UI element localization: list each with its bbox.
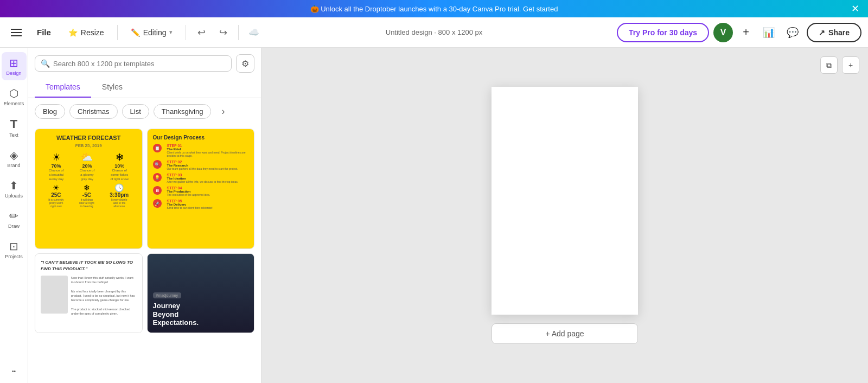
tag-more-button[interactable]: ›: [215, 104, 231, 119]
journey-content: #madjourney JourneyBeyondExpectations.: [148, 254, 254, 333]
add-page-button[interactable]: + Add page: [492, 323, 638, 344]
tag-chips-row: Blog Christmas List Thanksgiving ›: [28, 98, 261, 124]
sun-icon: ☀: [49, 151, 64, 163]
toolbar-right-section: Try Pro for 30 days V + 📊 💬 ↗ Share: [617, 23, 861, 42]
temp-time: 🕓 3:30pm It may drizzlelater in theafter…: [110, 183, 129, 208]
tag-list[interactable]: List: [122, 104, 149, 119]
sidebar-item-label: Brand: [7, 163, 20, 168]
text-icon: T: [10, 117, 17, 131]
star-icon: ⭐: [68, 28, 78, 37]
share-label: Share: [828, 28, 850, 37]
canvas-copy-button[interactable]: ⧉: [820, 56, 838, 74]
tag-thanksgiving[interactable]: Thanksgiving: [154, 104, 212, 119]
weather-icon-snow: ❄ 10% Chance ofsome flakesof light snow: [110, 151, 128, 181]
design-title: Untitled design · 800 x 1200 px: [386, 28, 483, 36]
weather-icons-row: ☀ 70% Chance ofa beautifulsunny day ⛅ 20…: [41, 151, 137, 181]
sidebar-item-brand[interactable]: ◈ Brand: [2, 144, 27, 173]
projects-icon: ⊡: [9, 240, 18, 253]
uploads-icon: ⬆: [9, 179, 18, 192]
banner-text: 🎃 Unlock all the Droptober launches with…: [310, 5, 558, 13]
search-input-wrapper: 🔍: [35, 55, 232, 72]
template-grid-columns: WEATHER FORECAST FEB 25, 2019 ☀ 70% Chan…: [35, 129, 254, 333]
tag-christmas[interactable]: Christmas: [69, 104, 118, 119]
tag-blog[interactable]: Blog: [35, 104, 65, 119]
comment-icon: 💬: [787, 27, 799, 39]
editing-caret-icon: ▾: [169, 29, 173, 36]
sidebar-item-projects[interactable]: ⊡ Projects: [2, 235, 27, 264]
template-card-design-process[interactable]: Our Design Process 📋 STEP 01 The Brief C…: [147, 129, 255, 249]
sidebar-item-text[interactable]: T Text: [2, 113, 27, 142]
quote-text: "I CAN'T BELIEVE IT TOOK ME SO LONG TO F…: [41, 259, 137, 272]
toolbar-divider-3: [238, 25, 239, 40]
design-icon: ⊞: [9, 56, 18, 69]
weather-template-title: WEATHER FORECAST: [41, 135, 137, 141]
search-input[interactable]: [53, 60, 226, 68]
share-icon: ↗: [819, 28, 825, 37]
design-step-1: 📋 STEP 01 The Brief Client briefs us on …: [153, 144, 249, 157]
toolbar-left-section: File ⭐ Resize ✏️ Editing ▾ ↩ ↪ ☁️: [7, 23, 263, 42]
toolbar-divider-1: [117, 25, 118, 40]
banner-close-button[interactable]: ✕: [851, 3, 859, 15]
sidebar-item-draw[interactable]: ✏ Draw: [2, 205, 27, 233]
save-to-cloud-button[interactable]: ☁️: [245, 24, 263, 41]
filter-button[interactable]: ⚙: [236, 54, 254, 73]
canvas-page: [492, 87, 638, 315]
user-avatar-button[interactable]: V: [713, 23, 733, 42]
temp-cold-icon: ❄: [79, 183, 94, 192]
template-weather-preview: WEATHER FORECAST FEB 25, 2019 ☀ 70% Chan…: [35, 129, 142, 248]
sidebar-item-elements[interactable]: ⬡ Elements: [2, 82, 27, 111]
pencil-icon: ✏️: [131, 28, 140, 37]
sidebar-item-label: Projects: [5, 254, 23, 259]
menu-button[interactable]: [7, 23, 26, 42]
share-button[interactable]: ↗ Share: [807, 23, 861, 42]
sidebar-item-design[interactable]: ⊞ Design: [2, 52, 27, 80]
add-collaborator-button[interactable]: +: [737, 24, 755, 41]
main-toolbar: File ⭐ Resize ✏️ Editing ▾ ↩ ↪ ☁️ Untitl…: [0, 17, 868, 48]
template-card-weather[interactable]: WEATHER FORECAST FEB 25, 2019 ☀ 70% Chan…: [35, 129, 143, 249]
stats-button[interactable]: 📊: [759, 23, 778, 42]
filter-icon: ⚙: [241, 59, 249, 69]
quote-product-image: [41, 276, 68, 314]
template-design-preview: Our Design Process 📋 STEP 01 The Brief C…: [148, 129, 254, 248]
sidebar-item-uploads[interactable]: ⬆ Uploads: [2, 175, 27, 203]
canvas-toolbar: ⧉ +: [820, 56, 859, 74]
tab-styles[interactable]: Styles: [91, 77, 133, 98]
snow-icon: ❄: [110, 151, 128, 163]
templates-grid: WEATHER FORECAST FEB 25, 2019 ☀ 70% Chan…: [28, 124, 261, 383]
promo-banner: 🎃 Unlock all the Droptober launches with…: [0, 0, 868, 17]
journey-hashtag: #madjourney: [153, 292, 181, 298]
editing-button[interactable]: ✏️ Editing ▾: [124, 25, 180, 40]
journey-title: JourneyBeyondExpectations.: [153, 302, 249, 327]
canvas-area: ⧉ + + Add page: [261, 48, 868, 383]
add-section-icon: +: [848, 61, 853, 69]
template-quote-preview: "I CAN'T BELIEVE IT TOOK ME SO LONG TO F…: [35, 254, 142, 333]
tab-templates[interactable]: Templates: [35, 77, 91, 98]
comments-button[interactable]: 💬: [783, 23, 802, 42]
temp-cold: ❄ -5C It will droplater at nightto freez…: [79, 183, 94, 208]
sidebar-more-button[interactable]: ••: [2, 364, 27, 379]
file-menu-button[interactable]: File: [30, 24, 58, 40]
canvas-add-button[interactable]: +: [842, 56, 859, 74]
toolbar-divider-2: [186, 25, 186, 40]
quote-content: Now that I know this stuff actually work…: [41, 276, 137, 316]
try-pro-button[interactable]: Try Pro for 30 days: [617, 23, 709, 42]
panel-tabs: Templates Styles: [28, 77, 261, 98]
stats-icon: 📊: [763, 27, 775, 39]
template-journey-preview: #madjourney JourneyBeyondExpectations.: [148, 254, 254, 333]
weather-template-date: FEB 25, 2019: [41, 143, 137, 148]
resize-label: Resize: [81, 28, 104, 37]
design-step-3: 💡 STEP 03 The Ideation After we gather a…: [153, 173, 249, 183]
undo-button[interactable]: ↩: [193, 24, 210, 41]
draw-icon: ✏: [9, 209, 18, 222]
template-card-journey[interactable]: #madjourney JourneyBeyondExpectations.: [147, 253, 255, 333]
temp-warm: ☀ 25C It is currentlypretty warmright no…: [48, 183, 63, 208]
template-card-quote[interactable]: "I CAN'T BELIEVE IT TOOK ME SO LONG TO F…: [35, 253, 143, 333]
redo-button[interactable]: ↪: [214, 24, 232, 41]
editing-label: Editing: [143, 28, 167, 37]
search-icon: 🔍: [41, 59, 50, 68]
sidebar-item-label: Design: [6, 71, 21, 76]
resize-button[interactable]: ⭐ Resize: [62, 25, 111, 40]
design-step-2: 🔍 STEP 02 The Research Our team gathers …: [153, 160, 249, 170]
sidebar-item-label: Draw: [8, 224, 20, 229]
more-icon: ••: [12, 368, 16, 374]
